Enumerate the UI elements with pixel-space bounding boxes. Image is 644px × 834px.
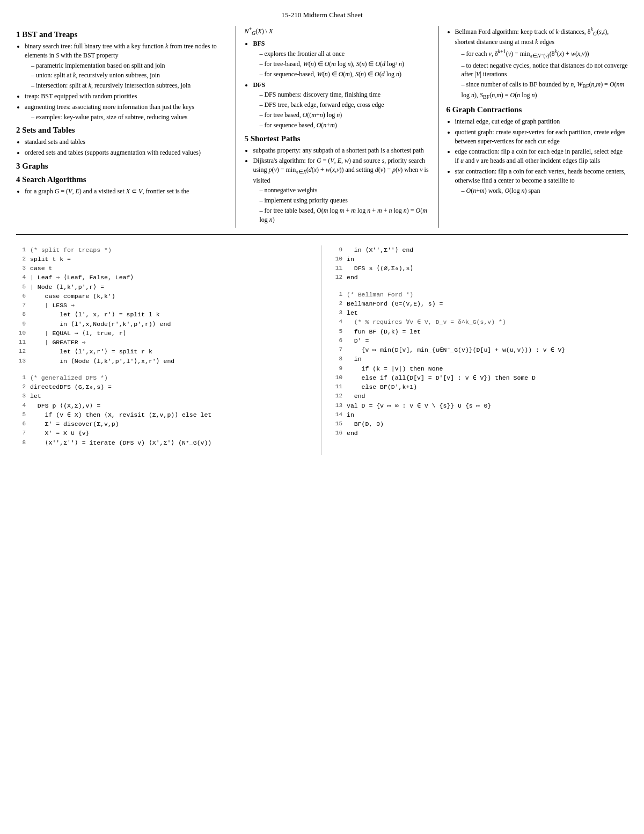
dfs-list: DFS numbers: discovery time, finishing t… <box>253 90 429 129</box>
code-line: 8 in <box>333 354 628 364</box>
list-item: since number of calls to BF bounded by n… <box>462 80 628 101</box>
code-line: 10 | EQUAL ⇒ ⟨l, true, r⟩ <box>16 329 311 338</box>
code-line: 7 X' = X ∪ {v} <box>16 429 311 438</box>
section-5-list: subpaths property: any subpath of a shor… <box>244 146 429 224</box>
code-line: 4 DFS p ⟨(X,Σ),v⟩ = <box>16 401 311 410</box>
code-line: 13 in ⟨Node ⟨l,k',p',l'⟩,x,r'⟩ end <box>16 357 311 366</box>
code-line: 2 BellmanFord (G=(V,E), s) = <box>333 299 628 308</box>
section-graph-contractions: 6 Graph Contractions internal edge, cut … <box>447 105 628 195</box>
code-line: 9 in ⟨l',x,Node(r',k',p',r)⟩ end <box>16 320 311 329</box>
code-line: 12 end <box>333 391 628 401</box>
list-item: parametric implementation based on split… <box>31 61 228 70</box>
code-line: 11 else BF(D',k+1) <box>333 382 628 391</box>
dfs-continuation-block: 9 in ⟨X'',Σ''⟩ end 10 in 11 DFS s ⟨(∅,Σ₀… <box>333 245 628 282</box>
code-line: 8 let ⟨l', x, r'⟩ = split l k <box>16 310 311 319</box>
code-line: 3 case t <box>16 264 311 273</box>
list-item: O(n+m) work, O(log n) span <box>462 186 628 195</box>
section-3-heading: 3 Graphs <box>16 162 228 171</box>
code-line: 9 in ⟨X'',Σ''⟩ end <box>333 245 628 255</box>
code-line: 6 case compare (k,k') <box>16 292 311 301</box>
page: 15-210 Midterm Cheat Sheet 1 BST and Tre… <box>0 0 644 460</box>
code-line: 4 | Leaf ⇒ ⟨Leaf, False, Leaf⟩ <box>16 273 311 282</box>
section-1-heading: 1 BST and Treaps <box>16 30 228 39</box>
section-sets: 2 Sets and Tables standard sets and tabl… <box>16 126 228 157</box>
list-item: ordered sets and tables (supports augmen… <box>25 148 228 157</box>
code-line: 13 val D = {v ↦ ∞ : v ∈ V \ {s}} ∪ {s ↦ … <box>333 401 628 410</box>
code-line: 11 DFS s ⟨(∅,Σ₀),s⟩ <box>333 264 628 273</box>
code-line: 12 end <box>333 273 628 282</box>
section-search: 4 Search Algorithms for a graph G = (V, … <box>16 175 228 196</box>
code-column-2: 9 in ⟨X'',Σ''⟩ end 10 in 11 DFS s ⟨(∅,Σ₀… <box>322 245 628 455</box>
list-item: augmenting trees: associating more infor… <box>25 103 228 122</box>
sub-list: parametric implementation based on split… <box>25 61 228 90</box>
section-4-heading: 4 Search Algorithms <box>16 175 228 184</box>
star-sub: O(n+m) work, O(log n) span <box>455 186 628 195</box>
top-section: 1 BST and Treaps binary search tree: ful… <box>16 26 628 235</box>
list-item: for tree-based, W(n) ∈ O(m log n), S(n) … <box>259 60 429 69</box>
section-4-list: for a graph G = (V, E) and a visited set… <box>16 187 228 196</box>
code-line: 14 in <box>333 410 628 419</box>
code-line: 1 (* generalized DFS *) <box>16 373 311 382</box>
code-line: 10 else if (all{D[v] = D'[v] : v ∈ V}) t… <box>333 373 628 382</box>
list-item: explores the frontier all at once <box>259 49 429 59</box>
list-item: for sequence-based, W(n) ∈ O(m), S(n) ∈ … <box>259 70 429 79</box>
list-item: binary search tree: full binary tree wit… <box>25 42 228 90</box>
list-item: implement using priority queues <box>259 196 429 205</box>
code-line: 15 BF(D, 0) <box>333 419 628 429</box>
list-item: union: split at k, recursively union sub… <box>31 71 228 80</box>
list-item: treap: BST equipped with random prioriti… <box>25 92 228 101</box>
dfs-item: DFS DFS numbers: discovery time, finishi… <box>253 81 429 130</box>
list-item: DFS tree, back edge, forward edge, cross… <box>259 100 429 110</box>
list-item: intersection: split at k, recursively in… <box>31 81 228 90</box>
list-item: to detect negative cycles, notice that d… <box>462 61 628 79</box>
list-item: for a graph G = (V, E) and a visited set… <box>25 187 228 196</box>
page-title: 15-210 Midterm Cheat Sheet <box>16 11 628 19</box>
code-line: 1 (* split for treaps *) <box>16 245 311 255</box>
dijkstra-sub: nonnegative weights implement using prio… <box>253 186 429 224</box>
section-6-list: internal edge, cut edge of graph partiti… <box>447 117 628 195</box>
code-section: 1 (* split for treaps *) 2 split t k = 3… <box>16 240 628 455</box>
list-item: star contraction: flip a coin for each v… <box>455 167 628 195</box>
code-line: 12 let ⟨l',x,r'⟩ = split r k <box>16 347 311 356</box>
list-item: nonnegative weights <box>259 186 429 195</box>
code-line: 6 Σ' = discover(Σ,v,p) <box>16 419 311 429</box>
section-bst: 1 BST and Treaps binary search tree: ful… <box>16 30 228 121</box>
code-column-1: 1 (* split for treaps *) 2 split t k = 3… <box>16 245 322 455</box>
code-line: 11 | GREATER ⇒ <box>16 338 311 347</box>
section-1-list: binary search tree: full binary tree wit… <box>16 42 228 121</box>
column-1: 1 BST and Treaps binary search tree: ful… <box>16 26 236 228</box>
code-line: 16 end <box>333 429 628 438</box>
treap-split-block: 1 (* split for treaps *) 2 split t k = 3… <box>16 245 311 366</box>
code-line: 5 fun BF (D,k) = let <box>333 327 628 336</box>
code-line: 7 {v ↦ min(D[v], min_{u∈N⁻_G(v)}(D[u] + … <box>333 345 628 354</box>
code-line: 5 if (v ∈ X) then ⟨X, revisit (Σ,v,p)⟩ e… <box>16 410 311 419</box>
list-item: Bellman Ford algorithm: keep track of k-… <box>455 26 628 101</box>
section-6-heading: 6 Graph Contractions <box>447 105 628 114</box>
list-item: for tree based, O((m+n) log n) <box>259 111 429 120</box>
code-line: 5 | Node ⟨l,k',p',r⟩ = <box>16 282 311 292</box>
section-graphs: 3 Graphs <box>16 162 228 171</box>
list-item: examples: key-value pairs, size of subtr… <box>31 113 228 122</box>
list-item: for tree table based, O(m log m + m log … <box>259 206 429 224</box>
list-item: standard sets and tables <box>25 137 228 147</box>
code-line: 8 ⟨X'',Σ''⟩ = iterate (DFS v) ⟨X',Σ'⟩ (N… <box>16 438 311 447</box>
code-line: 3 let <box>333 308 628 317</box>
code-line: 10 in <box>333 255 628 264</box>
section-shortest-paths: 5 Shortest Paths subpaths property: any … <box>244 134 429 224</box>
list-item: DFS numbers: discovery time, finishing t… <box>259 90 429 99</box>
sub-list: examples: key-value pairs, size of subtr… <box>25 113 228 122</box>
bfs-item: BFS explores the frontier all at once fo… <box>253 39 429 78</box>
section-2-list: standard sets and tables ordered sets an… <box>16 137 228 157</box>
code-line: 1 (* Bellman Ford *) <box>333 290 628 299</box>
list-item: for each v, δk+1(v) = minx∈N⁻(v)(δk(x) +… <box>462 48 628 60</box>
code-line: 3 let <box>16 391 311 401</box>
generalized-dfs-block: 1 (* generalized DFS *) 2 directedDFS (G… <box>16 373 311 447</box>
section-1-number: 1 <box>16 30 22 39</box>
section-2-heading: 2 Sets and Tables <box>16 126 228 135</box>
list-item: quotient graph: create super-vertex for … <box>455 128 628 146</box>
bellman-ford-intro: Bellman Ford algorithm: keep track of k-… <box>447 26 628 101</box>
column-2: N+G(X) \ X BFS explores the frontier all… <box>236 26 438 228</box>
code-line: 4 (* % requires ∀v ∈ V, D_v = δ^k_G(s,v)… <box>333 317 628 327</box>
bf-sub: for each v, δk+1(v) = minx∈N⁻(v)(δk(x) +… <box>455 48 628 101</box>
list-item: for sequence based, O(n+m) <box>259 121 429 130</box>
